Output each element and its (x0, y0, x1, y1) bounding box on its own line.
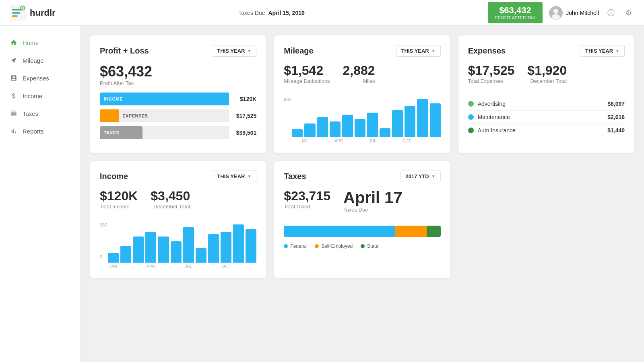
taxes-icon (10, 109, 18, 117)
income-bar (133, 237, 144, 263)
expenses-header: Expenses THIS YEAR ▼ (468, 45, 625, 57)
user-name: John Mitchell (566, 10, 599, 16)
total-owed-amount: $23,715 (284, 189, 330, 204)
taxes-due-date: April 15, 2019 (268, 10, 304, 16)
miles-amount: 2,882 (343, 63, 375, 78)
taxes-header: Taxes 2017 YTD ▼ (284, 171, 440, 182)
expenses-period-btn[interactable]: THIS YEAR ▼ (580, 45, 625, 57)
income-bar (233, 224, 244, 263)
federal-legend-dot (284, 244, 288, 248)
maintenance-dot (468, 114, 474, 120)
dec-income-amount: $3,450 (151, 189, 190, 204)
income-bar (158, 237, 169, 263)
expenses-bar-row: EXPENSES $17,525 (100, 109, 256, 122)
deductions-label: Mileage Deductions (284, 78, 330, 84)
sidebar-label-reports: Reports (23, 128, 44, 135)
taxes-stats: $23,715 Total Owed April 17 Taxes Due (284, 189, 440, 219)
mileage-icon (10, 56, 18, 64)
app-body: Home Mileage Expenses Income Taxes (0, 26, 644, 362)
state-legend-label: State (367, 243, 378, 249)
sidebar-label-income: Income (23, 93, 42, 99)
self-employed-bar-seg (395, 226, 427, 237)
mileage-period-btn[interactable]: THIS YEAR ▼ (396, 45, 441, 57)
taxes-due-date-big: April 17 (343, 189, 402, 207)
avatar-icon (549, 6, 563, 20)
taxes-period: 2017 YTD (405, 173, 429, 179)
profit-loss-header: Profit + Loss THIS YEAR ▼ (100, 45, 256, 57)
sidebar-item-reports[interactable]: Reports (0, 122, 80, 140)
advertising-amount: $8,097 (607, 101, 625, 107)
sidebar-item-income[interactable]: Income (0, 87, 80, 105)
income-x-label (246, 264, 256, 269)
sidebar-item-home[interactable]: Home (0, 34, 80, 51)
income-title: Income (100, 172, 128, 181)
mileage-bar (380, 128, 390, 137)
total-income-stat: $120K Total Income (100, 189, 138, 216)
svg-rect-2 (12, 12, 20, 14)
maintenance-label: Maintenance (478, 114, 510, 120)
taxes-due-info: Taxes Due April 15, 2019 (238, 10, 304, 16)
income-bar (120, 246, 131, 263)
profit-loss-period-btn[interactable]: THIS YEAR ▼ (212, 45, 256, 57)
due-date-stat: April 17 Taxes Due (343, 189, 402, 219)
income-stats: $120K Total Income $3,450 December Total (100, 189, 256, 216)
deductions-stat: $1,542 Mileage Deductions (284, 63, 330, 90)
reports-icon (10, 127, 18, 135)
income-x-label: APR (145, 264, 156, 269)
total-expenses-label: Total Expenses (468, 78, 515, 84)
logo: hurdlr (10, 5, 56, 21)
income-x-label (158, 264, 169, 269)
maintenance-amount: $2,616 (607, 114, 625, 120)
federal-bar-seg (284, 226, 395, 237)
income-bar-chart (108, 222, 256, 263)
income-chart-y-bottom: 0 (100, 254, 102, 259)
income-period: THIS YEAR (217, 173, 245, 179)
income-bar (108, 253, 119, 263)
income-bar (208, 234, 219, 263)
mileage-x-label (413, 139, 423, 143)
taxes-bar-row: TAXES $39,501 (100, 126, 256, 139)
total-expenses-stat: $17,525 Total Expenses (468, 63, 515, 90)
profit-badge[interactable]: $63,432 PROFIT AFTER TAX (488, 2, 543, 23)
mileage-bar (405, 106, 415, 137)
expenses-card: Expenses THIS YEAR ▼ $17,525 Total Expen… (458, 35, 634, 153)
auto-insurance-amount: $1,440 (607, 127, 625, 134)
chevron-down-icon: ▼ (431, 174, 436, 179)
chart-y-bottom: 0 (284, 97, 286, 134)
dec-expenses-label: December Total (527, 78, 567, 84)
total-owed-label: Total Owed (284, 204, 330, 210)
income-header: Income THIS YEAR ▼ (100, 171, 256, 182)
taxes-bar-chart (284, 226, 440, 237)
sidebar-item-mileage[interactable]: Mileage (0, 51, 80, 69)
mileage-bar (367, 113, 378, 137)
expenses-period: THIS YEAR (585, 48, 613, 54)
income-period-btn[interactable]: THIS YEAR ▼ (212, 171, 256, 182)
dec-income-label: December Total (151, 204, 190, 210)
income-amount: $120K (232, 96, 256, 102)
income-x-label (120, 264, 131, 269)
mileage-bar (392, 110, 403, 137)
sidebar-item-expenses[interactable]: Expenses (0, 69, 80, 87)
expense-left-advertising: Advertising (468, 101, 506, 107)
settings-button[interactable]: ⚙ (623, 7, 634, 19)
sidebar-item-taxes[interactable]: Taxes (0, 105, 80, 122)
mileage-bar (330, 121, 341, 137)
expense-item-maintenance: Maintenance $2,616 (468, 110, 625, 123)
taxes-period-btn[interactable]: 2017 YTD ▼ (400, 171, 440, 182)
deductions-amount: $1,542 (284, 63, 330, 78)
self-employed-legend-label: Self-Employed (321, 243, 353, 249)
income-icon (10, 92, 18, 100)
svg-point-8 (552, 14, 560, 20)
profit-amount: $63,432 (495, 5, 536, 16)
expenses-icon (10, 74, 18, 82)
profit-loss-sublabel: Profit After Tax (100, 80, 256, 86)
total-expenses-amount: $17,525 (468, 63, 515, 78)
mileage-x-label (379, 139, 389, 143)
taxes-due-date-label: Taxes Due (343, 207, 402, 213)
svg-point-5 (22, 7, 23, 9)
self-employed-legend-dot (315, 244, 319, 248)
profit-label: PROFIT AFTER TAX (495, 16, 536, 20)
help-button[interactable]: ⓘ (605, 7, 617, 19)
mileage-x-label (311, 139, 321, 143)
income-chart-y-top: 260 (100, 222, 107, 227)
